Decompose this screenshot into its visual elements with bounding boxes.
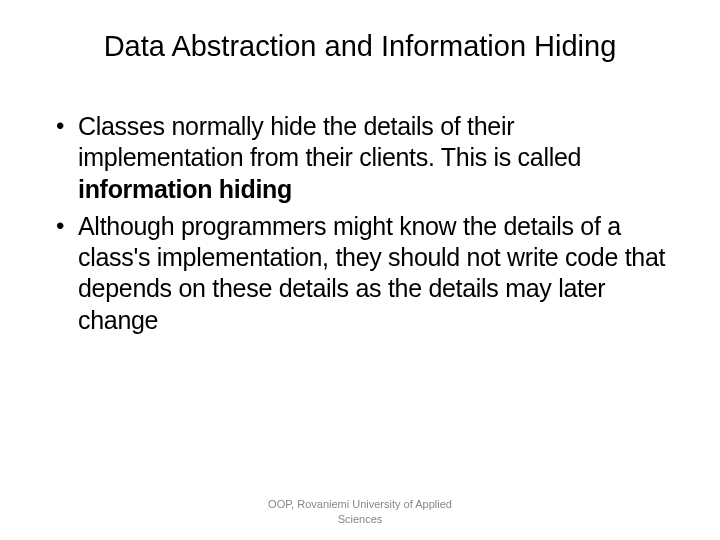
slide-content: Classes normally hide the details of the…: [50, 111, 670, 540]
bullet-text-prefix: Classes normally hide the details of the…: [78, 112, 581, 171]
bullet-list: Classes normally hide the details of the…: [50, 111, 670, 336]
slide-container: Data Abstraction and Information Hiding …: [0, 0, 720, 540]
bullet-text-bold: information hiding: [78, 175, 292, 203]
bullet-item: Classes normally hide the details of the…: [50, 111, 670, 205]
footer-line-1: OOP, Rovaniemi University of Applied: [0, 497, 720, 511]
bullet-item: Although programmers might know the deta…: [50, 211, 670, 336]
slide-footer: OOP, Rovaniemi University of Applied Sci…: [0, 497, 720, 526]
footer-line-2: Sciences: [0, 512, 720, 526]
bullet-text-prefix: Although programmers might know the deta…: [78, 212, 665, 334]
slide-title: Data Abstraction and Information Hiding: [50, 30, 670, 63]
